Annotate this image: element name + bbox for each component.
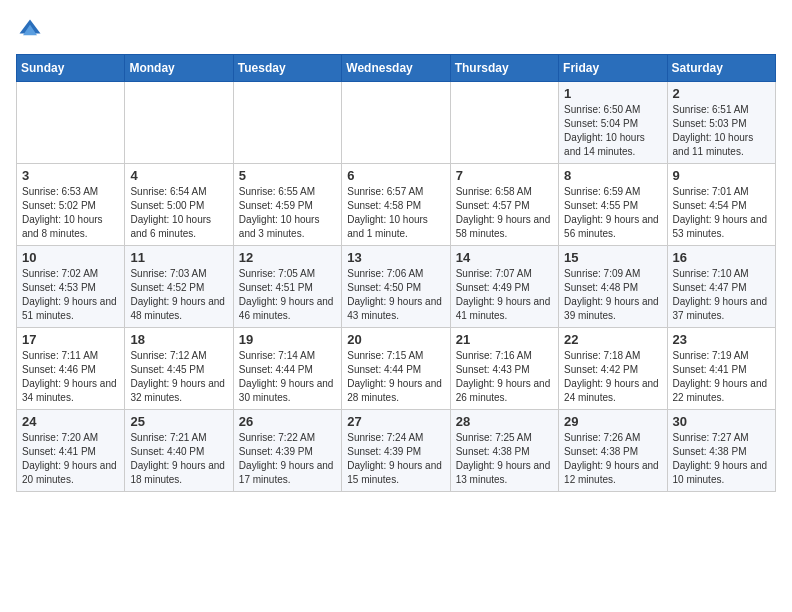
calendar-cell <box>342 82 450 164</box>
calendar-cell: 9Sunrise: 7:01 AM Sunset: 4:54 PM Daylig… <box>667 164 775 246</box>
cell-text: Sunrise: 7:20 AM Sunset: 4:41 PM Dayligh… <box>22 431 119 487</box>
day-number: 20 <box>347 332 444 347</box>
cell-text: Sunrise: 6:50 AM Sunset: 5:04 PM Dayligh… <box>564 103 661 159</box>
cell-text: Sunrise: 7:27 AM Sunset: 4:38 PM Dayligh… <box>673 431 770 487</box>
day-number: 17 <box>22 332 119 347</box>
calendar-cell: 2Sunrise: 6:51 AM Sunset: 5:03 PM Daylig… <box>667 82 775 164</box>
day-number: 5 <box>239 168 336 183</box>
calendar-table: SundayMondayTuesdayWednesdayThursdayFrid… <box>16 54 776 492</box>
calendar-header-row: SundayMondayTuesdayWednesdayThursdayFrid… <box>17 55 776 82</box>
cell-text: Sunrise: 7:26 AM Sunset: 4:38 PM Dayligh… <box>564 431 661 487</box>
cell-text: Sunrise: 7:24 AM Sunset: 4:39 PM Dayligh… <box>347 431 444 487</box>
col-header-saturday: Saturday <box>667 55 775 82</box>
col-header-tuesday: Tuesday <box>233 55 341 82</box>
calendar-cell: 6Sunrise: 6:57 AM Sunset: 4:58 PM Daylig… <box>342 164 450 246</box>
cell-text: Sunrise: 7:14 AM Sunset: 4:44 PM Dayligh… <box>239 349 336 405</box>
cell-text: Sunrise: 7:01 AM Sunset: 4:54 PM Dayligh… <box>673 185 770 241</box>
day-number: 4 <box>130 168 227 183</box>
cell-text: Sunrise: 7:11 AM Sunset: 4:46 PM Dayligh… <box>22 349 119 405</box>
cell-text: Sunrise: 7:06 AM Sunset: 4:50 PM Dayligh… <box>347 267 444 323</box>
col-header-thursday: Thursday <box>450 55 558 82</box>
calendar-cell: 29Sunrise: 7:26 AM Sunset: 4:38 PM Dayli… <box>559 410 667 492</box>
day-number: 16 <box>673 250 770 265</box>
day-number: 10 <box>22 250 119 265</box>
calendar-cell <box>233 82 341 164</box>
cell-text: Sunrise: 7:21 AM Sunset: 4:40 PM Dayligh… <box>130 431 227 487</box>
calendar-cell: 15Sunrise: 7:09 AM Sunset: 4:48 PM Dayli… <box>559 246 667 328</box>
calendar-cell: 12Sunrise: 7:05 AM Sunset: 4:51 PM Dayli… <box>233 246 341 328</box>
calendar-cell: 30Sunrise: 7:27 AM Sunset: 4:38 PM Dayli… <box>667 410 775 492</box>
calendar-cell <box>125 82 233 164</box>
day-number: 8 <box>564 168 661 183</box>
logo <box>16 16 48 44</box>
day-number: 23 <box>673 332 770 347</box>
cell-text: Sunrise: 7:07 AM Sunset: 4:49 PM Dayligh… <box>456 267 553 323</box>
calendar-cell <box>17 82 125 164</box>
col-header-wednesday: Wednesday <box>342 55 450 82</box>
calendar-cell: 19Sunrise: 7:14 AM Sunset: 4:44 PM Dayli… <box>233 328 341 410</box>
calendar-cell: 17Sunrise: 7:11 AM Sunset: 4:46 PM Dayli… <box>17 328 125 410</box>
day-number: 1 <box>564 86 661 101</box>
day-number: 2 <box>673 86 770 101</box>
cell-text: Sunrise: 7:19 AM Sunset: 4:41 PM Dayligh… <box>673 349 770 405</box>
day-number: 9 <box>673 168 770 183</box>
col-header-monday: Monday <box>125 55 233 82</box>
cell-text: Sunrise: 7:03 AM Sunset: 4:52 PM Dayligh… <box>130 267 227 323</box>
calendar-cell: 8Sunrise: 6:59 AM Sunset: 4:55 PM Daylig… <box>559 164 667 246</box>
calendar-week-row: 3Sunrise: 6:53 AM Sunset: 5:02 PM Daylig… <box>17 164 776 246</box>
calendar-cell: 7Sunrise: 6:58 AM Sunset: 4:57 PM Daylig… <box>450 164 558 246</box>
calendar-cell: 11Sunrise: 7:03 AM Sunset: 4:52 PM Dayli… <box>125 246 233 328</box>
cell-text: Sunrise: 7:12 AM Sunset: 4:45 PM Dayligh… <box>130 349 227 405</box>
cell-text: Sunrise: 7:02 AM Sunset: 4:53 PM Dayligh… <box>22 267 119 323</box>
cell-text: Sunrise: 6:51 AM Sunset: 5:03 PM Dayligh… <box>673 103 770 159</box>
day-number: 26 <box>239 414 336 429</box>
day-number: 18 <box>130 332 227 347</box>
cell-text: Sunrise: 6:54 AM Sunset: 5:00 PM Dayligh… <box>130 185 227 241</box>
day-number: 19 <box>239 332 336 347</box>
day-number: 12 <box>239 250 336 265</box>
day-number: 25 <box>130 414 227 429</box>
calendar-cell: 21Sunrise: 7:16 AM Sunset: 4:43 PM Dayli… <box>450 328 558 410</box>
calendar-cell: 4Sunrise: 6:54 AM Sunset: 5:00 PM Daylig… <box>125 164 233 246</box>
calendar-cell: 24Sunrise: 7:20 AM Sunset: 4:41 PM Dayli… <box>17 410 125 492</box>
calendar-cell: 27Sunrise: 7:24 AM Sunset: 4:39 PM Dayli… <box>342 410 450 492</box>
calendar-cell: 25Sunrise: 7:21 AM Sunset: 4:40 PM Dayli… <box>125 410 233 492</box>
cell-text: Sunrise: 7:18 AM Sunset: 4:42 PM Dayligh… <box>564 349 661 405</box>
calendar-cell <box>450 82 558 164</box>
day-number: 13 <box>347 250 444 265</box>
calendar-week-row: 10Sunrise: 7:02 AM Sunset: 4:53 PM Dayli… <box>17 246 776 328</box>
calendar-cell: 1Sunrise: 6:50 AM Sunset: 5:04 PM Daylig… <box>559 82 667 164</box>
cell-text: Sunrise: 6:57 AM Sunset: 4:58 PM Dayligh… <box>347 185 444 241</box>
calendar-week-row: 24Sunrise: 7:20 AM Sunset: 4:41 PM Dayli… <box>17 410 776 492</box>
day-number: 6 <box>347 168 444 183</box>
day-number: 24 <box>22 414 119 429</box>
calendar-week-row: 17Sunrise: 7:11 AM Sunset: 4:46 PM Dayli… <box>17 328 776 410</box>
cell-text: Sunrise: 7:09 AM Sunset: 4:48 PM Dayligh… <box>564 267 661 323</box>
cell-text: Sunrise: 7:15 AM Sunset: 4:44 PM Dayligh… <box>347 349 444 405</box>
cell-text: Sunrise: 7:22 AM Sunset: 4:39 PM Dayligh… <box>239 431 336 487</box>
page-header <box>16 16 776 44</box>
logo-icon <box>16 16 44 44</box>
calendar-cell: 22Sunrise: 7:18 AM Sunset: 4:42 PM Dayli… <box>559 328 667 410</box>
cell-text: Sunrise: 6:59 AM Sunset: 4:55 PM Dayligh… <box>564 185 661 241</box>
cell-text: Sunrise: 6:55 AM Sunset: 4:59 PM Dayligh… <box>239 185 336 241</box>
day-number: 7 <box>456 168 553 183</box>
calendar-cell: 14Sunrise: 7:07 AM Sunset: 4:49 PM Dayli… <box>450 246 558 328</box>
cell-text: Sunrise: 7:05 AM Sunset: 4:51 PM Dayligh… <box>239 267 336 323</box>
calendar-week-row: 1Sunrise: 6:50 AM Sunset: 5:04 PM Daylig… <box>17 82 776 164</box>
calendar-cell: 28Sunrise: 7:25 AM Sunset: 4:38 PM Dayli… <box>450 410 558 492</box>
calendar-cell: 3Sunrise: 6:53 AM Sunset: 5:02 PM Daylig… <box>17 164 125 246</box>
day-number: 28 <box>456 414 553 429</box>
day-number: 3 <box>22 168 119 183</box>
cell-text: Sunrise: 7:10 AM Sunset: 4:47 PM Dayligh… <box>673 267 770 323</box>
calendar-cell: 26Sunrise: 7:22 AM Sunset: 4:39 PM Dayli… <box>233 410 341 492</box>
col-header-sunday: Sunday <box>17 55 125 82</box>
cell-text: Sunrise: 6:58 AM Sunset: 4:57 PM Dayligh… <box>456 185 553 241</box>
day-number: 30 <box>673 414 770 429</box>
day-number: 27 <box>347 414 444 429</box>
cell-text: Sunrise: 7:25 AM Sunset: 4:38 PM Dayligh… <box>456 431 553 487</box>
col-header-friday: Friday <box>559 55 667 82</box>
day-number: 11 <box>130 250 227 265</box>
cell-text: Sunrise: 7:16 AM Sunset: 4:43 PM Dayligh… <box>456 349 553 405</box>
calendar-cell: 5Sunrise: 6:55 AM Sunset: 4:59 PM Daylig… <box>233 164 341 246</box>
